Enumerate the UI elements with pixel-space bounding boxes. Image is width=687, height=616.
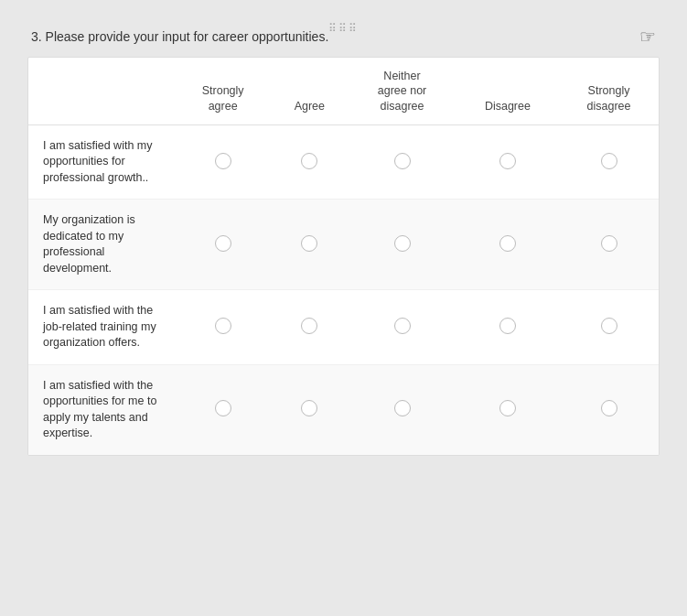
radio-3-agree[interactable]: [301, 318, 317, 334]
radio-4-disagree[interactable]: [499, 400, 516, 416]
cell-1-agree: [271, 124, 348, 200]
table-row: I am satisfied with the job-related trai…: [28, 290, 659, 365]
column-header-neither: Neitheragree nordisagree: [348, 58, 456, 124]
cell-2-strongly-agree: [175, 200, 271, 290]
radio-2-agree[interactable]: [301, 235, 317, 252]
page-container: ⠿⠿⠿ 3. Please provide your input for car…: [9, 9, 678, 474]
column-header-strongly-agree: Stronglyagree: [175, 58, 271, 124]
radio-4-strongly-disagree[interactable]: [601, 400, 617, 416]
cell-4-strongly-disagree: [559, 364, 659, 455]
radio-2-disagree[interactable]: [499, 235, 516, 252]
row-label-3: I am satisfied with the job-related trai…: [28, 290, 175, 365]
cell-2-neither: [348, 200, 456, 290]
column-header-disagree: Disagree: [456, 58, 559, 124]
radio-1-agree[interactable]: [301, 153, 317, 169]
question-label: 3. Please provide your input for career …: [31, 29, 328, 44]
cursor-icon: ☞: [639, 26, 656, 48]
cell-4-disagree: [456, 364, 559, 455]
column-header-agree: Agree: [271, 58, 348, 124]
cell-1-disagree: [456, 124, 559, 200]
radio-3-strongly-disagree[interactable]: [601, 318, 617, 334]
cell-3-agree: [271, 290, 348, 365]
table-row: My organization is dedicated to my profe…: [28, 200, 659, 290]
cell-1-strongly-disagree: [559, 124, 659, 200]
cell-3-strongly-agree: [175, 290, 271, 365]
radio-1-disagree[interactable]: [499, 153, 516, 169]
cell-4-agree: [271, 364, 348, 455]
column-header-strongly-disagree: Stronglydisagree: [559, 58, 659, 124]
table-row: I am satisfied with the opportunities fo…: [28, 364, 659, 455]
radio-3-neither[interactable]: [394, 318, 411, 334]
radio-4-strongly-agree[interactable]: [215, 400, 231, 416]
cell-4-strongly-agree: [175, 364, 271, 455]
cell-3-neither: [348, 290, 456, 365]
cell-3-disagree: [456, 290, 559, 365]
cell-3-strongly-disagree: [559, 290, 659, 365]
radio-2-neither[interactable]: [394, 235, 411, 252]
survey-table: Stronglyagree Agree Neitheragree nordisa…: [28, 58, 659, 455]
table-header-row: Stronglyagree Agree Neitheragree nordisa…: [28, 58, 659, 124]
cell-2-strongly-disagree: [559, 200, 659, 290]
radio-4-agree[interactable]: [301, 400, 317, 416]
table-row: I am satisfied with my opportunities for…: [28, 124, 659, 200]
drag-handle-icon: ⠿⠿⠿: [328, 22, 359, 35]
cell-1-neither: [348, 124, 456, 200]
radio-1-neither[interactable]: [394, 153, 411, 169]
row-label-1: I am satisfied with my opportunities for…: [28, 124, 175, 200]
radio-2-strongly-agree[interactable]: [215, 235, 231, 252]
radio-3-disagree[interactable]: [499, 318, 516, 334]
question-header: ⠿⠿⠿ 3. Please provide your input for car…: [27, 18, 660, 57]
cell-2-agree: [271, 200, 348, 290]
radio-3-strongly-agree[interactable]: [215, 318, 231, 334]
cell-2-disagree: [456, 200, 559, 290]
column-header-empty: [28, 58, 175, 124]
row-label-2: My organization is dedicated to my profe…: [28, 200, 175, 290]
radio-1-strongly-agree[interactable]: [215, 153, 231, 169]
radio-1-strongly-disagree[interactable]: [601, 153, 617, 169]
radio-2-strongly-disagree[interactable]: [601, 235, 617, 252]
cell-1-strongly-agree: [175, 124, 271, 200]
row-label-4: I am satisfied with the opportunities fo…: [28, 364, 175, 455]
cell-4-neither: [348, 364, 456, 455]
radio-4-neither[interactable]: [394, 400, 411, 416]
survey-table-container: Stronglyagree Agree Neitheragree nordisa…: [27, 57, 660, 456]
